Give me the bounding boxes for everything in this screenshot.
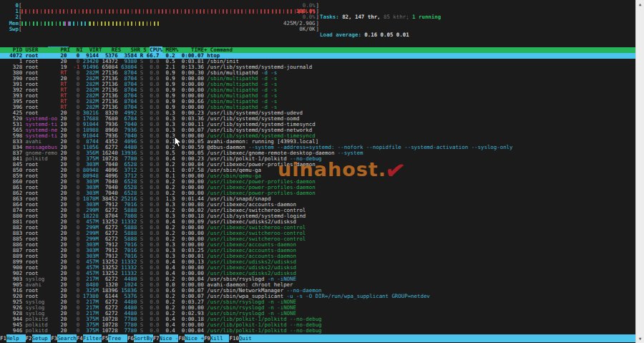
meters-panel: 0[0.0%]1[100.0%]2[0.0%]Mem[425M/2.90G]Sw…	[1, 3, 319, 32]
cell-time: 0:00.04	[178, 327, 204, 334]
cpu-meter-1-bar: 100.0%	[21, 9, 316, 14]
tasks-label: Tasks:	[320, 14, 342, 20]
cell-state: S	[140, 327, 143, 334]
cell-command-args: --system	[334, 150, 363, 156]
memory-meter-segment	[89, 21, 162, 26]
htop-terminal: 0[0.0%]1[100.0%]2[0.0%]Mem[425M/2.90G]Sw…	[0, 0, 644, 343]
tasks-separator: ;	[406, 14, 412, 20]
memory-meter: Mem[425M/2.90G]	[1, 21, 319, 26]
bracket-close: ]	[316, 26, 319, 32]
cpu-meter-0: 0[0.0%]	[1, 3, 319, 9]
watermark-text: uinahost.	[278, 158, 386, 180]
cpu-meter-2-bar: 0.0%	[21, 14, 316, 20]
tasks-threads: 147 thr,	[355, 14, 384, 20]
fnlabel-tree[interactable]: Tree	[108, 334, 127, 343]
memory-meter-value: 425M/2.90G	[283, 21, 316, 26]
cell-shr: 7780	[121, 327, 137, 334]
table-row[interactable]: 946 polkitd 20 0 375M 10728 7780 S 0.0 0…	[0, 328, 636, 334]
watermark-check-icon: ✔	[383, 155, 408, 186]
fnlabel-nice[interactable]: Nice -	[160, 334, 179, 343]
cpu-meter-1-value: 100.0%	[296, 9, 316, 14]
fnlabel-help[interactable]: Help	[6, 334, 26, 343]
fnkey-f7[interactable]: F7	[153, 334, 160, 343]
cell-pri: 20	[57, 327, 67, 334]
fnkey-f6[interactable]: F6	[127, 334, 134, 343]
fnkey-f10[interactable]: F10	[229, 334, 238, 343]
fnlabel-sortby[interactable]: SortBy	[134, 334, 153, 343]
fnkey-f5[interactable]: F5	[102, 334, 108, 343]
fnkey-f8[interactable]: F8	[178, 334, 185, 343]
cpu-meter-1: 1[100.0%]	[1, 9, 319, 14]
process-table: PID USER PRI NI VIRT RES SHR S CPU% MEM%…	[0, 47, 636, 334]
scrollbar-down-icon[interactable]: ▼	[636, 334, 644, 343]
tasks-line: Tasks: 82, 147 thr, 85 kthr; 1 running	[320, 14, 441, 20]
fnkey-f3[interactable]: F3	[51, 334, 57, 343]
tasks-count: 82,	[342, 14, 355, 20]
load-line: Load average: 0.16 0.05 0.01	[320, 32, 441, 38]
cpu-meter-1-segment	[21, 9, 316, 14]
mouse-cursor-icon	[174, 136, 182, 148]
memory-meter-bar: 425M/2.90G	[21, 21, 316, 26]
tasks-kthreads: 85 kthr	[384, 14, 406, 20]
fnkey-f4[interactable]: F4	[77, 334, 83, 343]
load-values: 0.16 0.05 0.01	[364, 32, 409, 38]
scrollbar-up-icon[interactable]: ▲	[636, 0, 644, 9]
cell-cpu-percent: 0.0	[147, 327, 160, 334]
fnlabel-search[interactable]: Search	[57, 334, 77, 343]
function-key-bar: F1Help F2Setup F3SearchF4FilterF5Tree F6…	[0, 334, 636, 343]
fnkey-f2[interactable]: F2	[26, 334, 32, 343]
fnbar-filler	[258, 334, 636, 343]
cpu-meter-0-bar: 0.0%	[21, 3, 316, 9]
fnlabel-filter[interactable]: Filter	[83, 334, 102, 343]
cell-pid: 946	[0, 327, 22, 334]
memory-meter-segment	[69, 21, 90, 26]
swap-meter-bar: 0K/0K	[21, 26, 316, 32]
fnlabel-quit[interactable]: Quit	[239, 334, 258, 343]
cpu-meter-0-value: 0.0%	[303, 3, 316, 9]
cell-command: /usr/lib/polkit-1/polkitd --no-debug	[207, 327, 321, 334]
cell-ni: 0	[70, 327, 79, 334]
fnlabel-kill[interactable]: Kill	[210, 334, 230, 343]
cell-user: polkitd	[26, 327, 58, 334]
cell-res: 10728	[102, 327, 117, 334]
screen-tabs: MainI/O	[1, 39, 72, 47]
memory-meter-segment	[21, 21, 64, 26]
cell-command-args: -u -s -O DIR=/run/wpa_supplicant GROUP=n…	[283, 293, 430, 299]
fnkey-f1[interactable]: F1	[0, 334, 6, 343]
fnlabel-setup[interactable]: Setup	[32, 334, 52, 343]
tasks-running: 1 running	[412, 14, 441, 20]
swap-meter-value: 0K/0K	[299, 26, 315, 32]
cell-virt: 375M	[83, 327, 99, 334]
cell-mem-percent: 0.4	[162, 327, 175, 334]
fnkey-f9[interactable]: F9	[204, 334, 210, 343]
swap-meter: Swp[0K/0K]	[1, 26, 319, 32]
fnlabel-nice[interactable]: Nice +	[185, 334, 204, 343]
cpu-meter-2: 2[0.0%]	[1, 14, 319, 20]
watermark: uinahost.✔	[278, 156, 406, 185]
scrollbar[interactable]: ▲ ▼	[635, 0, 644, 343]
load-label: Load average:	[320, 32, 364, 38]
swap-meter-label: Swp	[1, 26, 19, 32]
cpu-meter-2-value: 0.0%	[303, 14, 316, 20]
